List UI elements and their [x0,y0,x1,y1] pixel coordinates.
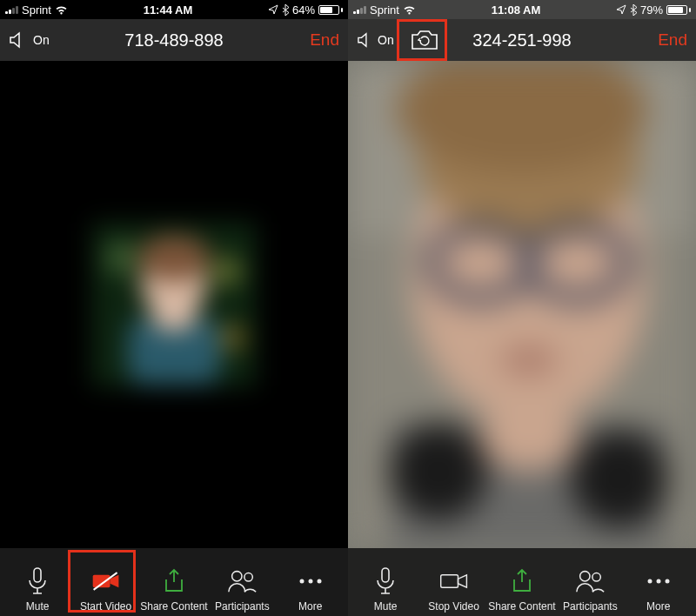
participant-avatar [91,222,257,387]
end-call-button[interactable]: End [310,30,339,50]
bluetooth-icon [282,4,289,16]
microphone-icon [370,566,401,597]
mute-button[interactable]: Mute [351,555,419,613]
share-content-button[interactable]: Share Content [488,555,556,613]
participants-button[interactable]: Participants [556,555,624,613]
svg-point-31 [580,572,590,581]
video-area[interactable] [348,61,696,548]
location-icon [268,4,278,15]
svg-point-5 [137,235,211,281]
signal-icon [353,5,366,14]
battery-pct: 64% [292,3,315,17]
video-label: Start Video [80,600,131,613]
status-bar: Sprint 11:44 AM 64% [0,0,348,19]
svg-point-14 [308,579,312,584]
status-right: 64% [268,3,343,17]
mute-label: Mute [374,600,398,613]
svg-point-15 [317,579,321,584]
svg-rect-30 [440,575,458,587]
phone-left: Sprint 11:44 AM 64% [0,0,348,616]
share-icon [506,566,538,597]
svg-point-7 [151,305,197,331]
status-bar: Sprint 11:08 AM 79% [348,0,696,19]
svg-rect-29 [382,568,389,582]
participants-icon [574,566,606,597]
more-label: More [646,600,670,613]
speaker-label: On [378,33,394,47]
battery-pct: 79% [640,3,663,17]
share-label: Share Content [488,600,555,613]
svg-point-3 [218,325,244,351]
carrier-label: Sprint [22,3,51,17]
speaker-toggle[interactable]: On [357,32,394,48]
more-icon [643,566,674,597]
svg-point-1 [104,242,137,275]
wifi-icon [403,5,416,15]
stop-video-button[interactable]: Stop Video [420,555,488,613]
video-label: Stop Video [428,600,479,613]
speaker-toggle[interactable]: On [9,31,50,49]
location-icon [616,4,626,15]
battery-icon [666,5,691,15]
svg-rect-9 [92,575,110,587]
speaker-icon [357,32,374,48]
more-icon [295,566,326,597]
switch-camera-button[interactable] [410,29,439,51]
meeting-id[interactable]: 324-251-998 [472,30,571,50]
svg-point-26 [390,423,487,520]
svg-point-11 [232,572,242,581]
self-video [348,61,696,548]
start-video-button[interactable]: Start Video [72,555,140,613]
svg-point-34 [656,579,660,584]
status-left: Sprint [353,3,416,17]
more-label: More [298,600,322,613]
switch-camera-icon [410,29,439,51]
bottom-toolbar: Mute Stop Video Share Content Participan… [348,548,696,616]
participants-label: Participants [563,600,618,613]
participants-icon [226,566,258,597]
more-button[interactable]: More [625,555,693,613]
status-right: 79% [616,3,691,17]
meeting-id[interactable]: 718-489-898 [124,30,223,50]
svg-point-12 [244,573,252,581]
svg-point-32 [592,573,600,581]
svg-rect-8 [34,568,41,582]
signal-icon [5,5,18,14]
video-area[interactable] [0,61,348,548]
svg-point-24 [501,346,557,374]
video-off-icon [90,566,122,597]
clock: 11:44 AM [144,3,193,17]
mute-label: Mute [26,600,50,613]
status-left: Sprint [5,3,68,17]
wifi-icon [55,5,68,15]
svg-point-28 [480,402,578,472]
video-on-icon [438,566,470,597]
more-button[interactable]: More [277,555,345,613]
battery-icon [318,5,343,15]
top-toolbar: On 718-489-898 End [0,19,348,61]
microphone-icon [22,566,53,597]
carrier-label: Sprint [370,3,399,17]
bottom-toolbar: Mute Start Video Share Content Participa… [0,548,348,616]
share-icon [158,566,190,597]
clock: 11:08 AM [492,3,541,17]
mute-button[interactable]: Mute [3,555,71,613]
svg-point-13 [299,579,304,584]
share-label: Share Content [140,600,207,613]
share-content-button[interactable]: Share Content [140,555,208,613]
svg-point-27 [571,430,668,527]
top-toolbar: On 324-251-998 End [348,19,696,61]
end-call-button[interactable]: End [658,30,687,50]
phone-right: Sprint 11:08 AM 79% [348,0,696,616]
svg-point-2 [212,257,242,286]
speaker-icon [9,31,28,49]
participants-label: Participants [215,600,270,613]
bluetooth-icon [630,4,637,16]
svg-point-35 [665,579,669,584]
svg-point-33 [647,579,652,584]
participants-button[interactable]: Participants [208,555,276,613]
speaker-label: On [33,33,50,47]
